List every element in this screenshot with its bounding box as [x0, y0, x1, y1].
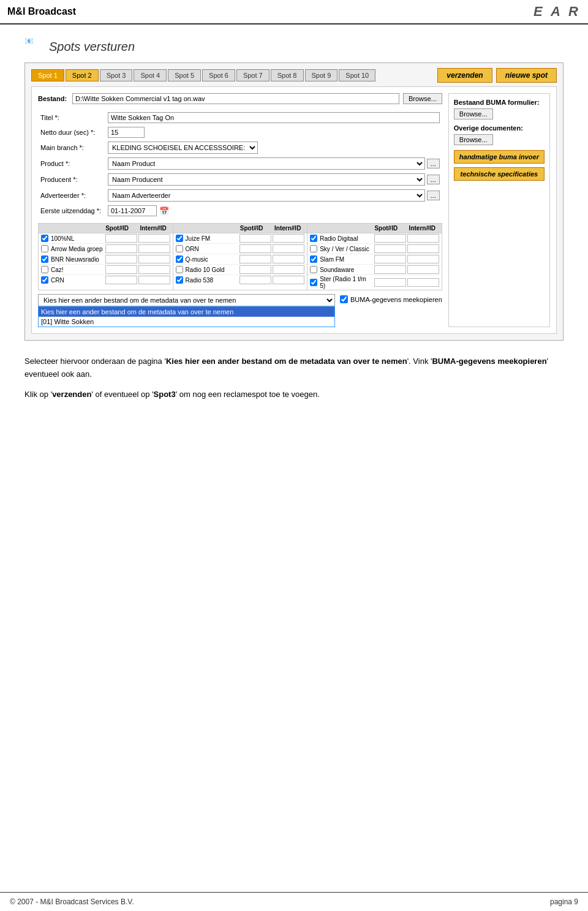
col2-spotid-label: Spot#ID: [235, 225, 268, 232]
handmatige-buma-button[interactable]: handmatige buma invoer: [454, 150, 545, 164]
station-checkbox-juize[interactable]: [176, 235, 183, 242]
station-name-slamfm: Slam FM: [320, 256, 373, 263]
spot-tab-1[interactable]: Spot 1: [31, 69, 64, 81]
spot-tab-3[interactable]: Spot 3: [100, 69, 133, 81]
station-name-bnr: BNR Nieuwsradio: [51, 256, 104, 263]
overige-browse-button[interactable]: Browse...: [454, 134, 493, 145]
spot-tab-10[interactable]: Spot 10: [339, 69, 375, 81]
field-label-adverteerder: Adverteerder *:: [38, 187, 105, 203]
station-spotid-slamfm[interactable]: [374, 255, 406, 263]
titel-input[interactable]: [108, 112, 440, 123]
station-spotid-bnr[interactable]: [105, 255, 137, 263]
station-row-ster: Ster (Radio 1 t/m 5): [307, 275, 442, 290]
station-spotid-juize[interactable]: [239, 234, 271, 243]
spot-tab-8[interactable]: Spot 8: [271, 69, 304, 81]
station-row-crn: CRN: [39, 275, 173, 285]
station-name-arrow: Arrow Media groep: [51, 246, 104, 252]
station-spotid-crn[interactable]: [105, 276, 137, 284]
col2-internid-label: Intern#ID: [271, 225, 304, 232]
field-row-product: Product *: Naam Product ...: [38, 156, 442, 172]
adverteerder-dots-button[interactable]: ...: [427, 191, 440, 200]
station-internid-arrow[interactable]: [138, 244, 170, 253]
spot-tab-4[interactable]: Spot 4: [134, 69, 167, 81]
station-internid-radiodigitaal[interactable]: [407, 234, 439, 243]
product-select[interactable]: Naam Product: [108, 157, 425, 170]
station-internid-bnr[interactable]: [138, 255, 170, 263]
product-dots-button[interactable]: ...: [427, 159, 440, 168]
station-checkbox-radio10[interactable]: [176, 266, 183, 273]
station-checkbox-arrow[interactable]: [41, 245, 48, 252]
station-spotid-qmusic[interactable]: [239, 255, 271, 263]
station-internid-crn[interactable]: [138, 276, 170, 284]
field-label-titel: Titel *:: [38, 110, 105, 125]
bold-kies: Kies hier een ander bestand om de metada…: [166, 357, 407, 366]
spot-tab-2[interactable]: Spot 2: [66, 69, 99, 81]
app-title: M&I Broadcast: [7, 6, 76, 17]
station-internid-sky[interactable]: [407, 244, 439, 253]
station-spotid-sky[interactable]: [374, 244, 406, 253]
buma-checkbox[interactable]: [340, 295, 348, 303]
station-checkbox-slamfm[interactable]: [310, 255, 317, 263]
station-checkbox-soundaware[interactable]: [310, 266, 317, 273]
spot-tab-6[interactable]: Spot 6: [202, 69, 235, 81]
station-checkbox-caz[interactable]: [41, 266, 48, 273]
buma-browse-button[interactable]: Browse...: [454, 108, 493, 119]
station-row-qmusic: Q-music: [173, 254, 307, 265]
station-checkbox-radiodigitaal[interactable]: [310, 235, 317, 242]
station-internid-orn[interactable]: [273, 244, 304, 253]
station-checkbox-100nl[interactable]: [41, 235, 48, 242]
station-spotid-orn[interactable]: [239, 244, 271, 253]
station-checkbox-ster[interactable]: [310, 279, 317, 286]
description-paragraph-2: Klik op 'verzenden' of eventueel op 'Spo…: [24, 388, 564, 401]
metadata-select[interactable]: Kies hier een ander bestand om de metada…: [38, 294, 335, 306]
station-spotid-arrow[interactable]: [105, 244, 137, 253]
adverteerder-select[interactable]: Naam Adverteerder: [108, 189, 425, 202]
spot-tab-9[interactable]: Spot 9: [305, 69, 338, 81]
station-checkbox-bnr[interactable]: [41, 255, 48, 263]
station-spotid-100nl[interactable]: [105, 234, 137, 243]
stations-section: Spot#ID Intern#ID 100%NL: [38, 223, 442, 290]
station-internid-radio10[interactable]: [273, 265, 304, 274]
producent-select[interactable]: Naam Producent: [108, 173, 425, 186]
producent-dots-button[interactable]: ...: [427, 175, 440, 184]
station-internid-slamfm[interactable]: [407, 255, 439, 263]
dropdown-item-2[interactable]: [01] Witte Sokken: [39, 317, 334, 327]
bestand-input[interactable]: [72, 93, 399, 104]
calendar-icon[interactable]: 📅: [159, 206, 169, 216]
station-name-qmusic: Q-music: [186, 256, 239, 263]
station-internid-caz[interactable]: [138, 265, 170, 274]
bold-spot3: Spot3: [154, 390, 176, 399]
station-internid-radio538[interactable]: [273, 276, 304, 284]
station-internid-100nl[interactable]: [138, 234, 170, 243]
field-row-uitzenddag: Eerste uitzenddag *: 📅: [38, 203, 442, 218]
station-internid-qmusic[interactable]: [273, 255, 304, 263]
station-spotid-radiodigitaal[interactable]: [374, 234, 406, 243]
station-spotid-caz[interactable]: [105, 265, 137, 274]
station-internid-ster[interactable]: [407, 278, 439, 287]
ear-label: E A R: [533, 4, 581, 20]
product-wrap: Naam Product ...: [108, 157, 440, 170]
col1-internid-label: Intern#ID: [137, 225, 170, 232]
station-spotid-ster[interactable]: [374, 278, 406, 287]
netto-input[interactable]: [108, 127, 145, 138]
station-checkbox-orn[interactable]: [176, 245, 183, 252]
station-checkbox-qmusic[interactable]: [176, 255, 183, 263]
station-checkbox-sky[interactable]: [310, 245, 317, 252]
station-internid-juize[interactable]: [273, 234, 304, 243]
station-spotid-soundaware[interactable]: [374, 265, 406, 274]
dropdown-item-1[interactable]: Kies hier een ander bestand om de metada…: [39, 307, 334, 317]
station-spotid-radio10[interactable]: [239, 265, 271, 274]
nieuw-spot-button[interactable]: nieuwe spot: [496, 68, 557, 83]
mainbranch-select[interactable]: KLEDING SCHOEISEL EN ACCESSSOIRE:: [108, 142, 258, 154]
spot-tab-5[interactable]: Spot 5: [168, 69, 201, 81]
field-label-product: Product *:: [38, 156, 105, 172]
bestand-browse-button[interactable]: Browse...: [403, 93, 442, 104]
station-spotid-radio538[interactable]: [239, 276, 271, 284]
station-internid-soundaware[interactable]: [407, 265, 439, 274]
verzenden-button[interactable]: verzenden: [437, 68, 492, 83]
uitzenddag-input[interactable]: [108, 205, 157, 216]
station-checkbox-crn[interactable]: [41, 276, 48, 284]
spot-tab-7[interactable]: Spot 7: [236, 69, 270, 81]
technische-specificaties-button[interactable]: technische specificaties: [454, 167, 545, 181]
station-checkbox-radio538[interactable]: [176, 276, 183, 284]
